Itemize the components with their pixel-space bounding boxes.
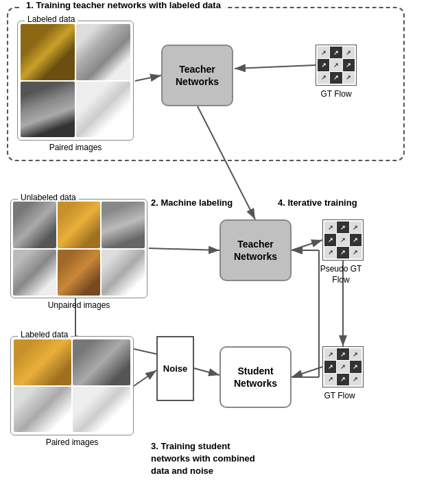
- svg-line-7: [292, 367, 322, 377]
- pseudo-gt-label: Pseudo GT Flow: [313, 264, 368, 285]
- student-training-label: 3. Training studentnetworks with combine…: [151, 440, 255, 478]
- flow-cell-6: ↗: [343, 59, 355, 71]
- noise-label: Noise: [163, 363, 187, 374]
- pseudo-cell-2: ↗: [337, 221, 348, 233]
- flow-cell-5: ↗: [330, 59, 342, 71]
- gt-bot-cell-2: ↗: [337, 348, 348, 360]
- cat-image-8: [13, 250, 56, 296]
- cat-image-3: [21, 82, 75, 138]
- unlabeled-image-grid: [11, 200, 147, 298]
- pseudo-cell-3: ↗: [350, 221, 361, 233]
- gt-flow-bot-box: ↗ ↗ ↗ ↗ ↗ ↗ ↗ ↗ ↗: [322, 346, 364, 387]
- gt-bot-cell-7: ↗: [324, 374, 336, 385]
- labeled-data-bot-box: Labeled data Paired images: [10, 336, 134, 435]
- cat-image-5: [13, 202, 56, 248]
- gt-flow-top-grid: ↗ ↗ ↗ ↗ ↗ ↗ ↗ ↗ ↗: [316, 45, 356, 85]
- cat-image-7: [102, 202, 145, 248]
- cat-image-13: [14, 387, 71, 433]
- svg-line-11: [194, 368, 220, 375]
- unlabeled-data-box: Unlabeled data Unpaired images: [10, 199, 147, 298]
- pseudo-cell-8: ↗: [337, 247, 348, 259]
- cat-image-6: [58, 202, 101, 248]
- paired-images-bot-label: Paired images: [11, 437, 133, 447]
- gt-flow-top-label: GT Flow: [312, 89, 360, 99]
- diagram: 1. Training teacher networks with labele…: [7, 7, 432, 497]
- svg-line-8: [134, 370, 156, 386]
- flow-cell-8: ↗: [330, 72, 342, 84]
- student-networks-label: StudentNetworks: [234, 365, 277, 389]
- flow-cell-3: ↗: [343, 47, 355, 58]
- teacher-networks-top: TeacherNetworks: [161, 45, 233, 106]
- gt-flow-bot-label: GT Flow: [316, 391, 364, 400]
- cat-image-14: [73, 387, 130, 433]
- flow-cell-1: ↗: [318, 47, 329, 58]
- student-networks-box: StudentNetworks: [220, 346, 292, 408]
- svg-line-4: [149, 248, 220, 250]
- cat-image-12: [73, 339, 130, 385]
- cat-image-10: [102, 250, 145, 296]
- top-image-grid: [18, 21, 133, 140]
- pseudo-cell-1: ↗: [324, 221, 336, 233]
- noise-box: Noise: [156, 336, 194, 401]
- flow-cell-2: ↗: [330, 47, 342, 58]
- gt-bot-cell-8: ↗: [337, 374, 348, 385]
- gt-bot-cell-1: ↗: [324, 348, 336, 360]
- gt-bot-cell-3: ↗: [350, 348, 361, 360]
- cat-image-4: [76, 82, 130, 138]
- gt-flow-bot-grid: ↗ ↗ ↗ ↗ ↗ ↗ ↗ ↗ ↗: [323, 347, 363, 387]
- flow-cell-7: ↗: [318, 72, 329, 84]
- teacher-networks-top-label: TeacherNetworks: [176, 63, 219, 88]
- gt-flow-top-box: ↗ ↗ ↗ ↗ ↗ ↗ ↗ ↗ ↗: [316, 45, 357, 86]
- top-section-label: 1. Training teacher networks with labele…: [22, 0, 225, 10]
- svg-line-5: [292, 240, 322, 250]
- pseudo-gt-flow-box: ↗ ↗ ↗ ↗ ↗ ↗ ↗ ↗ ↗: [322, 219, 364, 261]
- pseudo-cell-5: ↗: [337, 234, 348, 245]
- gt-bot-cell-4: ↗: [324, 361, 336, 372]
- teacher-networks-mid-label: TeacherNetworks: [234, 238, 277, 263]
- paired-images-top-label: Paired images: [18, 143, 133, 152]
- unlabeled-data-label: Unlabeled data: [18, 193, 79, 202]
- labeled-data-top-box: Labeled data Paired images: [17, 21, 134, 141]
- labeled-data-top-label: Labeled data: [25, 14, 78, 24]
- pseudo-cell-7: ↗: [324, 247, 336, 259]
- gt-bot-cell-6: ↗: [350, 361, 361, 372]
- bot-image-grid: [11, 337, 133, 435]
- flow-cell-4: ↗: [318, 59, 329, 71]
- cat-image-9: [58, 250, 101, 296]
- pseudo-cell-4: ↗: [324, 234, 336, 245]
- cat-image-2: [76, 24, 130, 80]
- cat-image-11: [14, 339, 71, 385]
- pseudo-cell-9: ↗: [350, 247, 361, 259]
- labeled-data-bot-label: Labeled data: [18, 330, 71, 339]
- cat-image-1: [21, 24, 75, 80]
- machine-labeling-label: 2. Machine labeling: [151, 197, 233, 208]
- iterative-training-label: 4. Iterative training: [278, 197, 357, 208]
- flow-cell-9: ↗: [343, 72, 355, 84]
- gt-bot-cell-5: ↗: [337, 361, 348, 372]
- unpaired-images-label: Unpaired images: [11, 300, 147, 310]
- pseudo-cell-6: ↗: [350, 234, 361, 245]
- gt-bot-cell-9: ↗: [350, 374, 361, 385]
- pseudo-gt-flow-grid: ↗ ↗ ↗ ↗ ↗ ↗ ↗ ↗ ↗: [323, 220, 363, 260]
- teacher-networks-mid: TeacherNetworks: [220, 219, 292, 281]
